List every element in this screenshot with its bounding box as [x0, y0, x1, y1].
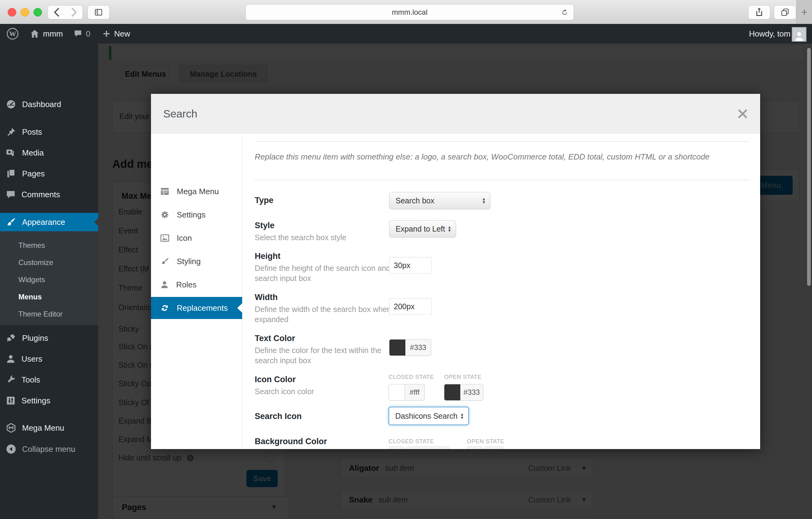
scrollbar-thumb[interactable] [807, 48, 811, 286]
sidebar-label: Posts [22, 127, 42, 137]
search-replacements-dialog: Search Mega Menu Settings [151, 94, 760, 449]
submenu-item-customize[interactable]: Customize [0, 254, 98, 271]
sidebar-item-tools[interactable]: Tools [0, 369, 98, 390]
sidebar-item-comments[interactable]: Comments [0, 184, 98, 205]
submenu-item-themes[interactable]: Themes [0, 237, 98, 254]
dialog-tab-styling[interactable]: Styling [151, 251, 242, 272]
minimize-window-button[interactable] [21, 8, 29, 17]
sidebar-item-appearance[interactable]: Appearance [0, 213, 98, 231]
sidebar-label: Users [22, 354, 42, 364]
plus-icon [102, 29, 111, 38]
sidebar-label: Pages [22, 169, 45, 179]
tabs-icon [780, 8, 790, 17]
width-desc: Define the width of the search box when … [255, 304, 402, 325]
search-icon-select[interactable]: Dashicons Search ▲▼ [388, 407, 469, 425]
background-color-open-picker[interactable] [484, 447, 504, 449]
type-select[interactable]: Search box ▲▼ [389, 192, 490, 209]
sidebar-item-posts[interactable]: Posts [0, 121, 98, 142]
brush-icon [5, 217, 17, 227]
sidebar-item-settings[interactable]: Settings [0, 390, 98, 411]
admin-sidebar: Dashboard Posts Media Pages [0, 43, 98, 519]
dialog-tab-settings[interactable]: Settings [151, 204, 242, 225]
sidebar-item-users[interactable]: Users [0, 348, 98, 369]
mega-menu-grid-icon [160, 186, 170, 196]
submenu-item-menus[interactable]: Menus [0, 288, 98, 306]
select-arrows-icon: ▲▼ [482, 197, 486, 204]
sidebar-label: Tools [22, 375, 40, 385]
color-swatch [389, 340, 405, 356]
icon-color-closed-picker[interactable]: #fff [388, 384, 425, 401]
submenu-item-widgets[interactable]: Widgets [0, 271, 98, 288]
forward-button[interactable] [65, 5, 83, 19]
sidebar-collapse-menu[interactable]: Collapse menu [0, 439, 98, 459]
sidebar-label: Dashboard [22, 100, 61, 109]
new-content-menu[interactable]: New [102, 24, 130, 43]
icon-color-label: Icon Color [255, 375, 296, 384]
sidebar-item-pages[interactable]: Pages [0, 163, 98, 184]
comment-bubble-icon [73, 29, 83, 39]
wp-admin-bar: W mmm 0 New Howdy, tom [0, 24, 812, 43]
height-desc: Define the height of the search icon and… [255, 263, 402, 283]
site-menu[interactable]: mmm [29, 24, 63, 43]
sidebar-item-media[interactable]: Media [0, 142, 98, 163]
icon-color-desc: Search icon color [255, 387, 402, 397]
close-icon[interactable] [737, 109, 748, 119]
dialog-tab-roles[interactable]: Roles [151, 274, 242, 295]
zoom-window-button[interactable] [33, 8, 42, 17]
style-label: Style [255, 221, 274, 231]
text-color-desc: Define the color for the text within the… [255, 345, 402, 366]
browser-chrome: mmm.local + [0, 0, 812, 24]
sidebar-item-plugins[interactable]: Plugins [0, 328, 98, 348]
howdy-text[interactable]: Howdy, tom [749, 24, 790, 43]
share-button[interactable] [748, 5, 770, 19]
user-avatar-icon [794, 31, 804, 41]
height-input[interactable] [389, 257, 432, 274]
select-arrows-icon: ▲▼ [447, 225, 452, 232]
sidebar-item-mega-menu[interactable]: Mega Menu [0, 418, 98, 438]
divider [255, 180, 749, 180]
media-icon [5, 147, 17, 158]
new-tab-button[interactable]: + [796, 0, 812, 24]
sidebar-toggle-button[interactable] [87, 5, 110, 19]
dialog-tab-icon[interactable]: Icon [151, 227, 242, 248]
sidebar-item-dashboard[interactable]: Dashboard [0, 94, 98, 115]
site-name: mmm [43, 29, 63, 39]
dialog-tab-replacements[interactable]: Replacements [151, 297, 242, 319]
active-tab-arrow [237, 303, 242, 312]
height-label: Height [255, 251, 281, 261]
background-color-closed-swatch[interactable] [388, 447, 404, 449]
screen: mmm.local + W [0, 0, 812, 519]
wp-logo-menu[interactable]: W [6, 24, 19, 43]
image-icon [160, 233, 170, 243]
user-icon [5, 354, 16, 364]
active-menu-arrow [94, 218, 98, 226]
sidebar-icon [94, 8, 103, 17]
gear-icon [160, 210, 170, 220]
submenu-item-theme-editor[interactable]: Theme Editor [0, 306, 98, 323]
dialog-tab-mega-menu[interactable]: Mega Menu [151, 181, 242, 202]
divider [255, 141, 749, 142]
width-input[interactable] [389, 298, 432, 315]
address-bar[interactable]: mmm.local [245, 4, 574, 20]
back-button[interactable] [48, 5, 66, 19]
tab-overview-button[interactable] [774, 5, 796, 19]
text-color-picker[interactable]: #333 [389, 339, 431, 356]
background-color-closed-picker[interactable] [406, 447, 449, 449]
background-color-open-swatch[interactable] [467, 447, 483, 449]
mega-menu-cube-icon [5, 422, 17, 433]
new-label: New [114, 29, 130, 39]
close-window-button[interactable] [8, 8, 16, 17]
reload-icon[interactable] [561, 8, 569, 16]
comments-menu[interactable]: 0 [73, 24, 90, 43]
plus-icon: + [801, 6, 807, 18]
color-swatch [389, 384, 405, 400]
sidebar-label: Collapse menu [22, 445, 75, 454]
sidebar-label: Media [22, 148, 44, 158]
appearance-submenu: Themes Customize Widgets Menus Theme Edi… [0, 231, 98, 325]
sidebar-label: Mega Menu [22, 423, 64, 433]
comment-count: 0 [86, 29, 90, 39]
icon-color-open-picker[interactable]: #333 [444, 384, 483, 401]
avatar[interactable] [792, 27, 807, 42]
style-select[interactable]: Expand to Left ▲▼ [389, 220, 456, 237]
share-icon [755, 7, 763, 17]
